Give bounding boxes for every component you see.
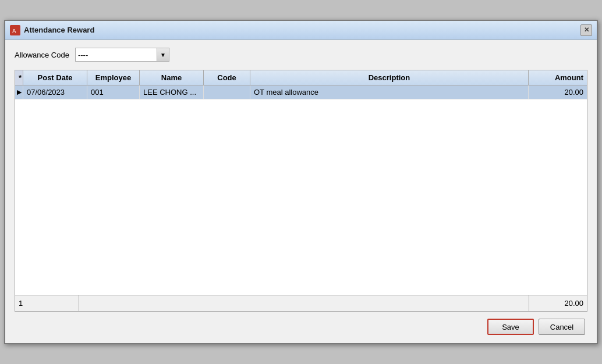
toolbar-row: Allowance Code ▼ bbox=[15, 48, 587, 62]
cell-code bbox=[204, 85, 250, 99]
chevron-down-icon: ▼ bbox=[160, 52, 166, 58]
grid-header: * Post Date Employee Name Code Descripti… bbox=[15, 70, 587, 85]
title-bar-left: A Attendance Reward bbox=[10, 25, 94, 35]
main-window: A Attendance Reward ✕ Allowance Code ▼ * bbox=[4, 20, 598, 344]
cell-post-date: 07/06/2023 bbox=[23, 85, 87, 99]
allowance-code-label: Allowance Code bbox=[15, 51, 69, 59]
cell-employee: 001 bbox=[87, 85, 140, 99]
marker-icon: * bbox=[19, 73, 22, 82]
data-grid: * Post Date Employee Name Code Descripti… bbox=[15, 70, 587, 295]
grid-footer: 1 20.00 bbox=[15, 295, 587, 312]
cell-description: OT meal allowance bbox=[250, 85, 529, 99]
grid-col-code: Code bbox=[204, 70, 250, 85]
grid-col-amount: Amount bbox=[529, 70, 587, 85]
app-icon: A bbox=[10, 25, 20, 35]
table-row[interactable]: ▶ 07/06/2023 001 LEE CHONG ... OT meal a… bbox=[15, 85, 587, 99]
title-bar: A Attendance Reward ✕ bbox=[5, 21, 597, 40]
cancel-button[interactable]: Cancel bbox=[539, 319, 585, 335]
window-body: Allowance Code ▼ * Post Date Employee Na… bbox=[5, 40, 597, 343]
allowance-code-dropdown[interactable]: ▼ bbox=[75, 48, 169, 62]
allowance-code-input[interactable] bbox=[75, 48, 157, 62]
save-button[interactable]: Save bbox=[487, 319, 534, 335]
grid-col-name: Name bbox=[140, 70, 204, 85]
grid-empty-area bbox=[15, 99, 587, 262]
grid-col-marker: * bbox=[15, 70, 23, 85]
cell-name: LEE CHONG ... bbox=[140, 85, 204, 99]
dropdown-arrow-button[interactable]: ▼ bbox=[157, 48, 169, 62]
button-row: Save Cancel bbox=[15, 319, 587, 335]
row-selector-icon: ▶ bbox=[15, 85, 23, 99]
close-button[interactable]: ✕ bbox=[580, 24, 592, 36]
grid-col-description: Description bbox=[250, 70, 529, 85]
cell-amount: 20.00 bbox=[529, 85, 587, 99]
grid-body: ▶ 07/06/2023 001 LEE CHONG ... OT meal a… bbox=[15, 85, 587, 295]
grid-col-employee: Employee bbox=[87, 70, 140, 85]
footer-row-count: 1 bbox=[15, 295, 79, 311]
grid-col-post-date: Post Date bbox=[23, 70, 87, 85]
footer-total: 20.00 bbox=[529, 295, 587, 311]
window-title: Attendance Reward bbox=[24, 26, 94, 34]
svg-text:A: A bbox=[12, 28, 16, 34]
